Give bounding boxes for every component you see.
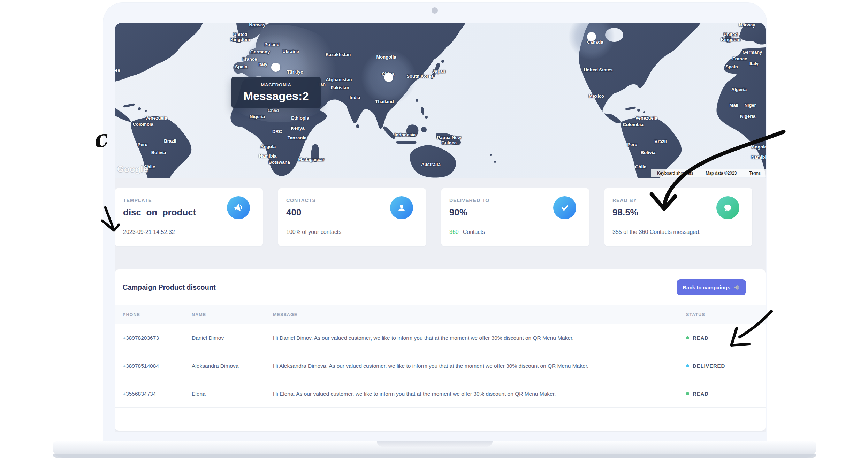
message-origin-dot [271, 63, 280, 72]
stat-subtext: 100% of your contacts [286, 229, 341, 235]
campaign-header: Campaign Product discount Back to campai… [115, 269, 766, 305]
google-logo[interactable]: Google [117, 164, 148, 174]
message-origin-dot [587, 32, 596, 41]
cell-message: Hi Elena. As our valued customer, we lik… [273, 391, 686, 397]
chat-bubble-icon [716, 196, 739, 219]
megaphone-emoji-icon [733, 284, 740, 291]
keyboard-shortcuts-link[interactable]: Keyboard shortcuts [657, 171, 693, 176]
terms-link[interactable]: Terms [749, 171, 761, 176]
country-label: Mali [729, 103, 738, 108]
country-label: Afghanistan [326, 77, 352, 83]
status-badge: READ [693, 391, 709, 397]
laptop-screen-bezel: United StatesNorwayUnited KingdomPolandG… [103, 3, 767, 441]
stat-label: READ BY [612, 198, 637, 203]
cell-phone: +38978203673 [123, 335, 192, 341]
table-header-row: PHONE NAME MESSAGE STATUS [115, 305, 766, 324]
contact-person-icon [390, 196, 413, 219]
country-label: Peru [138, 142, 148, 147]
cell-status: DELIVERED [686, 363, 766, 369]
stat-card-contacts: CONTACTS 400 100% of your contacts [278, 188, 426, 246]
stat-label: TEMPLATE [123, 198, 152, 203]
stat-card-template: TEMPLATE disc_on_product 2023-09-21 14:5… [115, 188, 263, 246]
country-label: Angola [260, 144, 276, 150]
country-label: Botswana [268, 160, 290, 165]
country-label: Kenya [291, 126, 304, 131]
table-row: +38978203673 Daniel Dimov Hi Daniel Dimo… [115, 324, 766, 352]
country-label: Indonesia [395, 132, 416, 138]
status-dot [686, 392, 689, 395]
country-label: Kazakhstan [326, 52, 351, 58]
status-badge: READ [693, 335, 709, 341]
col-phone: PHONE [123, 312, 192, 317]
country-label: United States [584, 68, 612, 73]
country-label: Nigeria [740, 114, 755, 119]
campaign-panel: Campaign Product discount Back to campai… [115, 269, 766, 431]
country-label: DRC [272, 129, 282, 135]
country-label: Madagascar [298, 157, 324, 162]
status-dot [686, 336, 689, 339]
country-label: Colombia [623, 122, 643, 128]
country-label: Namibia [259, 154, 277, 159]
tooltip-country: MACEDONIA [261, 82, 291, 87]
country-label: Spain [725, 64, 738, 70]
country-label: Mongolia [376, 55, 396, 60]
country-label: Japan [432, 69, 446, 74]
country-label: Niger [744, 103, 756, 108]
country-label: Italy [749, 61, 759, 67]
cell-name: Aleksandra Dimova [192, 363, 273, 369]
stat-value: disc_on_product [123, 207, 196, 218]
message-origin-dot [384, 73, 393, 82]
country-label: United Kingdom [717, 32, 744, 43]
country-label: Ukraine [282, 49, 299, 54]
laptop-base [53, 441, 816, 458]
country-label: Nigeria [250, 114, 265, 120]
delivered-count: 360 [449, 229, 459, 235]
map-landmasses [115, 23, 766, 178]
world-map[interactable]: United StatesNorwayUnited KingdomPolandG… [115, 23, 766, 178]
country-label: Algeria [731, 87, 747, 92]
cell-name: Daniel Dimov [192, 335, 273, 341]
campaign-title: Campaign Product discount [123, 283, 216, 291]
country-label: Tanzania [288, 136, 307, 141]
cell-status: READ [686, 391, 766, 397]
stat-value: 98.5% [612, 207, 638, 218]
country-label: Brazil [654, 139, 667, 144]
country-label: Bolivia [641, 150, 656, 155]
country-label: Türkiye [287, 70, 303, 75]
country-label: Chad [268, 108, 279, 113]
back-to-campaigns-button[interactable]: Back to campaings [677, 279, 746, 295]
dashboard-screen: United StatesNorwayUnited KingdomPolandG… [115, 23, 766, 432]
country-label: United Kingdom [227, 32, 253, 43]
stat-label: CONTACTS [286, 198, 316, 203]
status-dot [686, 364, 689, 367]
stat-subtext: 2023-09-21 14:52:32 [123, 229, 175, 235]
map-data-label: Map data ©2023 [706, 171, 737, 176]
cell-message: Hi Aleksandra Dimova. As our valued cust… [273, 363, 686, 369]
country-label: Peru [627, 142, 638, 147]
megaphone-icon [227, 196, 250, 219]
col-message: MESSAGE [273, 312, 686, 317]
country-label: Australia [421, 162, 441, 167]
country-label: Spain [235, 64, 247, 70]
country-label: Venezuela [635, 116, 657, 121]
country-label: Ethiopia [291, 116, 309, 121]
laptop-base-notch [377, 441, 493, 447]
tooltip-message-count: Messages:2 [243, 90, 309, 103]
table-body: +38978203673 Daniel Dimov Hi Daniel Dimo… [115, 324, 766, 408]
cell-name: Elena [192, 391, 273, 397]
stat-label: DELIVERED TO [449, 198, 489, 203]
cell-message: Hi Daniel Dimov. As our valued customer,… [273, 335, 686, 341]
stat-card-read: READ BY 98.5% 355 of the 360 Contacts me… [604, 188, 752, 246]
table-row: +38978514084 Aleksandra Dimova Hi Aleksa… [115, 352, 766, 380]
country-label: Thailand [375, 99, 394, 105]
country-label: Poland [264, 42, 279, 47]
country-label: Germany [250, 49, 270, 55]
country-label: Pakistan [330, 85, 349, 91]
cell-status: READ [686, 335, 766, 341]
country-label: Bolivia [151, 150, 166, 155]
country-label: Chile [635, 165, 646, 170]
country-label: Namibia [751, 155, 766, 160]
cell-phone: +38978514084 [123, 363, 192, 369]
country-label: United States [115, 68, 120, 73]
country-label: Norway [249, 23, 266, 28]
